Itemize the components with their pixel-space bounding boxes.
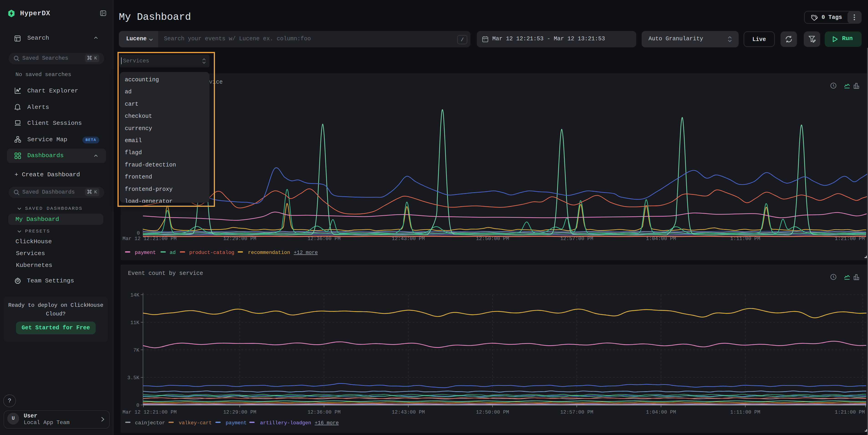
svg-text:1:11:00 PM: 1:11:00 PM (730, 236, 760, 242)
svg-text:12:57:00 PM: 12:57:00 PM (560, 409, 593, 415)
svg-text:3.5K: 3.5K (127, 375, 140, 381)
svg-text:12:36:00 PM: 12:36:00 PM (307, 409, 340, 415)
svg-text:+12 more: +12 more (294, 250, 318, 255)
svg-text:ad: ad (169, 250, 176, 255)
svg-text:1:21:00 PM: 1:21:00 PM (835, 236, 865, 242)
svg-text:12:29:00 PM: 12:29:00 PM (223, 236, 256, 242)
svg-text:cainjector: cainjector (135, 420, 165, 426)
svg-text:11K: 11K (130, 320, 140, 326)
svg-text:12:43:00 PM: 12:43:00 PM (392, 236, 425, 242)
svg-text:artillery-loadgen: artillery-loadgen (260, 420, 311, 426)
svg-text:payment: payment (135, 250, 156, 255)
svg-text:1:04:00 PM: 1:04:00 PM (646, 236, 676, 242)
svg-text:+16 more: +16 more (315, 420, 339, 426)
svg-text:14K: 14K (130, 292, 140, 298)
svg-text:product-catalog: product-catalog (189, 250, 234, 255)
svg-text:12:50:00 PM: 12:50:00 PM (476, 409, 509, 415)
svg-text:1:21:00 PM: 1:21:00 PM (835, 409, 865, 415)
svg-text:recommendation: recommendation (248, 250, 290, 255)
svg-text:1:11:00 PM: 1:11:00 PM (730, 409, 760, 415)
svg-text:12:29:00 PM: 12:29:00 PM (223, 409, 256, 415)
svg-text:valkey-cart: valkey-cart (179, 420, 212, 426)
svg-text:1:04:00 PM: 1:04:00 PM (646, 409, 676, 415)
svg-text:12:50:00 PM: 12:50:00 PM (476, 236, 509, 242)
svg-text:12:43:00 PM: 12:43:00 PM (392, 409, 425, 415)
svg-text:12:36:00 PM: 12:36:00 PM (307, 236, 340, 242)
svg-text:payment: payment (226, 420, 247, 426)
svg-text:Mar 12 12:21:00 PM: Mar 12 12:21:00 PM (123, 236, 177, 242)
svg-text:0: 0 (136, 403, 140, 408)
svg-text:12:57:00 PM: 12:57:00 PM (560, 236, 593, 242)
svg-text:0: 0 (137, 230, 140, 236)
svg-text:7K: 7K (133, 347, 140, 353)
svg-text:Mar 12 12:21:00 PM: Mar 12 12:21:00 PM (123, 409, 177, 415)
